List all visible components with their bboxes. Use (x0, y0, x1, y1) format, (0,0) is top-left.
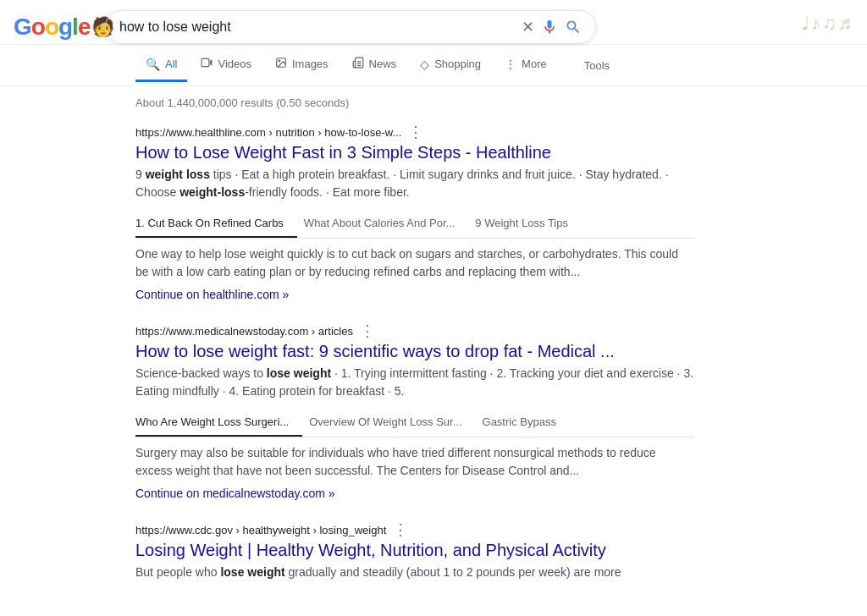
tab-videos[interactable]: Videos (191, 48, 262, 82)
mic-icon (541, 19, 558, 36)
result-url-row: https://www.healthline.com › nutrition ›… (135, 123, 694, 141)
svg-marker-1 (211, 60, 213, 66)
logo-letter-o1: o (31, 14, 45, 40)
tab-shopping-label: Shopping (434, 58, 481, 70)
results-count: About 1,440,000,000 results (0.50 second… (135, 96, 732, 109)
sub-tab[interactable]: 9 Weight Loss Tips (475, 210, 582, 238)
images-tab-icon (275, 57, 287, 71)
search-bar-wrapper: ✕ (105, 10, 596, 44)
tab-more[interactable]: ⋮ More (494, 49, 557, 82)
result-title[interactable]: Losing Weight | Healthy Weight, Nutritio… (135, 541, 694, 560)
nav-tabs: 🔍 All Videos Images News ◇ Shopping ⋮ Mo… (0, 45, 867, 86)
result-sub-content: One way to help lose weight quickly is t… (135, 245, 694, 281)
result-item: https://www.healthline.com › nutrition ›… (135, 123, 694, 301)
logo-letter-e: e (78, 14, 91, 40)
result-item: https://www.medicalnewstoday.com › artic… (135, 322, 694, 500)
result-options-icon[interactable]: ⋮ (393, 520, 408, 539)
result-sub-content: Surgery may also be suitable for individ… (135, 444, 694, 480)
result-item: https://www.cdc.gov › healthyweight › lo… (135, 520, 694, 581)
tab-all[interactable]: 🔍 All (135, 49, 187, 82)
sub-tab[interactable]: Gastric Bypass (483, 409, 570, 437)
clear-icon: ✕ (522, 18, 534, 36)
result-url-row: https://www.medicalnewstoday.com › artic… (135, 322, 694, 340)
tab-more-label: More (522, 58, 547, 70)
tab-all-label: All (165, 58, 177, 70)
search-bar: ✕ (105, 10, 596, 44)
tab-images-label: Images (292, 58, 329, 70)
result-options-icon[interactable]: ⋮ (408, 123, 423, 141)
sub-tab[interactable]: What About Calories And Por... (304, 210, 469, 238)
google-logo[interactable]: Google 🧑 (14, 12, 91, 42)
search-input[interactable] (119, 19, 515, 35)
svg-rect-0 (202, 58, 210, 66)
result-snippet: But people who lose weight gradually and… (135, 564, 694, 581)
svg-point-3 (279, 60, 280, 62)
search-icon (565, 19, 582, 36)
tab-videos-label: Videos (218, 58, 251, 70)
sub-tab[interactable]: 1. Cut Back On Refined Carbs (135, 210, 297, 238)
sub-tab[interactable]: Who Are Weight Loss Surgeri... (135, 409, 302, 437)
result-url-row: https://www.cdc.gov › healthyweight › lo… (135, 520, 694, 539)
search-results: About 1,440,000,000 results (0.50 second… (0, 86, 867, 612)
continue-link[interactable]: Continue on medicalnewstoday.com » (135, 487, 694, 500)
result-sub-tabs: 1. Cut Back On Refined Carbs What About … (135, 210, 694, 239)
header: Google 🧑 ✕ ♩♪♫♬ (0, 0, 867, 45)
result-sub-tabs: Who Are Weight Loss Surgeri... Overview … (135, 409, 694, 437)
result-snippet: Science-backed ways to lose weight · 1. … (135, 365, 694, 400)
result-url: https://www.healthline.com › nutrition ›… (135, 126, 401, 139)
logo-letter-l: l (72, 14, 78, 40)
news-tab-icon (352, 57, 364, 71)
tab-images[interactable]: Images (265, 48, 339, 82)
sub-tab[interactable]: Overview Of Weight Loss Sur... (309, 409, 475, 437)
result-title[interactable]: How to lose weight fast: 9 scientific wa… (135, 342, 694, 361)
tools-button[interactable]: Tools (574, 51, 620, 80)
shopping-tab-icon: ◇ (420, 58, 429, 71)
result-snippet: 9 weight loss tips · Eat a high protein … (135, 166, 694, 201)
videos-tab-icon (201, 57, 213, 71)
search-submit-button[interactable] (565, 19, 582, 36)
tab-news-label: News (369, 58, 397, 70)
tab-shopping[interactable]: ◇ Shopping (410, 49, 491, 82)
result-url: https://www.cdc.gov › healthyweight › lo… (135, 524, 386, 536)
result-options-icon[interactable]: ⋮ (360, 322, 375, 340)
continue-link[interactable]: Continue on healthline.com » (135, 288, 694, 301)
more-tab-icon: ⋮ (505, 58, 516, 71)
result-title[interactable]: How to Lose Weight Fast in 3 Simple Step… (135, 143, 694, 162)
logo-letter-g2: g (58, 14, 72, 40)
all-tab-icon: 🔍 (146, 58, 160, 71)
tab-news[interactable]: News (342, 48, 407, 82)
voice-search-button[interactable] (541, 19, 558, 36)
result-url: https://www.medicalnewstoday.com › artic… (135, 325, 353, 338)
header-right: ♩♪♫♬ (801, 13, 853, 41)
logo-letter-g: G (14, 14, 31, 40)
music-notes-decoration: ♩♪♫♬ (801, 13, 853, 35)
logo-letter-o2: o (45, 14, 58, 40)
clear-button[interactable]: ✕ (522, 18, 534, 36)
